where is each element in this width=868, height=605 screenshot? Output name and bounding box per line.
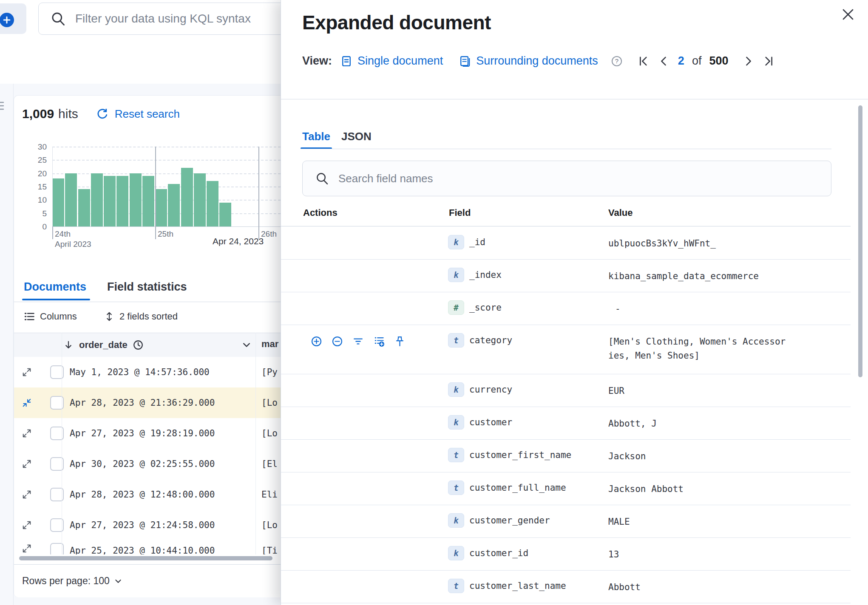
expand-document-icon[interactable] <box>22 490 31 499</box>
field-value: Jackson <box>608 450 821 464</box>
refresh-icon[interactable] <box>96 107 109 120</box>
vertical-scrollbar[interactable] <box>858 105 862 377</box>
search-icon <box>51 11 66 26</box>
single-document-link[interactable]: Single document <box>340 54 443 68</box>
hits-header: 1,009 hits Reset search <box>22 105 180 122</box>
field-row-currency[interactable]: kcurrency EUR <box>281 374 851 407</box>
field-search-placeholder: Search field names <box>338 172 433 185</box>
keyword-type-badge: k <box>448 513 464 528</box>
row-value: Eli <box>261 489 278 500</box>
view-label: View: <box>302 54 332 68</box>
doc-row[interactable]: Apr 28, 2023 @ 12:48:00.000 Eli <box>14 479 286 510</box>
tab-json[interactable]: JSON <box>341 130 372 143</box>
total-pages: 500 <box>709 54 728 68</box>
filter-for-value-icon[interactable] <box>311 336 322 347</box>
surrounding-documents-label: Surrounding documents <box>476 54 598 68</box>
flyout-title: Expanded document <box>302 11 491 34</box>
expand-document-icon[interactable] <box>22 520 31 530</box>
field-row-customer-first-name[interactable]: tcustomer_first_name Jackson <box>281 439 851 472</box>
column-actions-chevron[interactable] <box>241 340 252 350</box>
keyword-type-badge: k <box>448 415 464 430</box>
add-filter-button[interactable] <box>0 13 14 27</box>
expand-document-icon[interactable] <box>22 429 31 438</box>
field-value: 13 <box>608 548 821 562</box>
doc-row-selected[interactable]: Apr 28, 2023 @ 21:36:29.000 [Lo <box>14 387 286 418</box>
doc-row[interactable]: Apr 27, 2023 @ 21:24:58.000 [Lo <box>14 510 286 541</box>
field-value: EUR <box>608 384 821 398</box>
tab-field-statistics[interactable]: Field statistics <box>107 280 187 294</box>
field-name: customer <box>469 417 512 427</box>
keyword-type-badge: k <box>448 235 464 249</box>
tab-documents[interactable]: Documents <box>24 280 86 294</box>
keyword-type-badge: k <box>448 546 464 560</box>
doc-row[interactable]: May 1, 2023 @ 14:57:36.000 [Py <box>14 357 286 388</box>
field-row-customer-gender[interactable]: kcustomer_gender MALE <box>281 505 851 538</box>
add-filter-container <box>0 3 26 34</box>
columns-button[interactable]: Columns <box>24 311 77 322</box>
previous-page-icon[interactable] <box>658 55 669 67</box>
text-type-badge: t <box>448 579 464 593</box>
next-page-icon[interactable] <box>743 55 755 67</box>
field-row-category[interactable]: tcategory [Men's Clothing, Women's Acces… <box>281 325 851 374</box>
table-footer: Rows per page: 100 <box>14 564 286 597</box>
documents-stack-icon <box>459 55 471 67</box>
expand-document-icon[interactable] <box>22 544 31 553</box>
toggle-column-icon[interactable] <box>373 336 385 347</box>
number-type-badge: # <box>448 300 464 315</box>
field-name: customer_full_name <box>469 483 566 493</box>
current-page-number[interactable]: 2 <box>678 54 684 68</box>
manufacturer-column-header[interactable]: mar <box>261 339 278 350</box>
sort-fields-button[interactable]: 2 fields sorted <box>104 311 178 322</box>
collapse-document-icon[interactable] <box>22 398 31 407</box>
filter-out-value-icon[interactable] <box>332 336 343 347</box>
text-type-badge: t <box>448 333 464 348</box>
doc-row[interactable]: Apr 30, 2023 @ 02:25:55.000 [El <box>14 449 286 480</box>
page-of-label: of <box>692 54 702 68</box>
row-value: [Py <box>261 367 278 377</box>
field-value: MALE <box>608 515 821 529</box>
collapsed-panel-icon-fragment[interactable] <box>0 100 5 111</box>
flyout-header-border <box>281 99 868 99</box>
close-icon[interactable] <box>841 8 855 21</box>
field-row-customer-last-name[interactable]: tcustomer_last_name Abbott <box>281 570 851 603</box>
field-row-customer-id[interactable]: kcustomer_id 13 <box>281 537 851 571</box>
field-search-input[interactable]: Search field names <box>302 161 831 196</box>
single-document-label: Single document <box>357 54 443 68</box>
field-value: Abbott, J <box>608 417 821 431</box>
doc-row[interactable]: Apr 27, 2023 @ 19:28:19.000 [Lo <box>14 418 286 449</box>
row-value: [Ti <box>261 546 278 554</box>
field-row-id[interactable]: k_id ublpuocBs3kYv_hWFnt_ <box>281 226 851 260</box>
kql-search-input[interactable]: Filter your data using KQL syntax <box>38 3 293 35</box>
col-header-value: Value <box>608 207 633 218</box>
col-header-actions: Actions <box>303 207 338 218</box>
help-icon[interactable]: ? <box>611 55 623 67</box>
horizontal-scrollbar[interactable] <box>19 556 272 560</box>
sidebar-divider <box>13 84 14 605</box>
order-date-label: order_date <box>79 339 128 351</box>
field-row-score[interactable]: #_score - <box>281 292 851 325</box>
expand-document-icon[interactable] <box>22 459 31 469</box>
tabs-border <box>14 302 286 302</box>
field-row-customer-full-name[interactable]: tcustomer_full_name Jackson Abbott <box>281 472 851 505</box>
filter-icon[interactable] <box>352 336 364 347</box>
field-actions <box>311 336 406 347</box>
pin-icon[interactable] <box>394 336 406 347</box>
tab-table[interactable]: Table <box>302 130 330 143</box>
column-separator <box>255 333 256 554</box>
field-name: customer_gender <box>469 515 550 526</box>
field-row-index[interactable]: k_index kibana_sample_data_ecommerce <box>281 259 851 292</box>
text-type-badge: t <box>448 481 464 495</box>
field-name: _score <box>469 302 502 313</box>
field-value: [Men's Clothing, Women's Accessories, Me… <box>608 335 787 363</box>
chevron-down-icon <box>114 577 122 585</box>
field-row-customer[interactable]: kcustomer Abbott, J <box>281 407 851 440</box>
surrounding-documents-link[interactable]: Surrounding documents <box>459 54 598 68</box>
rows-per-page-button[interactable]: Rows per page: 100 <box>22 575 122 587</box>
first-page-icon[interactable] <box>637 55 649 67</box>
order-date-column-header[interactable]: order_date <box>64 333 144 357</box>
doc-row-clipped[interactable]: Apr 25, 2023 @ 10:44:10.000 [Ti <box>14 540 286 554</box>
reset-search-link[interactable]: Reset search <box>115 107 180 121</box>
expand-document-icon[interactable] <box>22 368 31 377</box>
row-date: Apr 28, 2023 @ 12:48:00.000 <box>70 489 215 500</box>
last-page-icon[interactable] <box>763 55 775 67</box>
